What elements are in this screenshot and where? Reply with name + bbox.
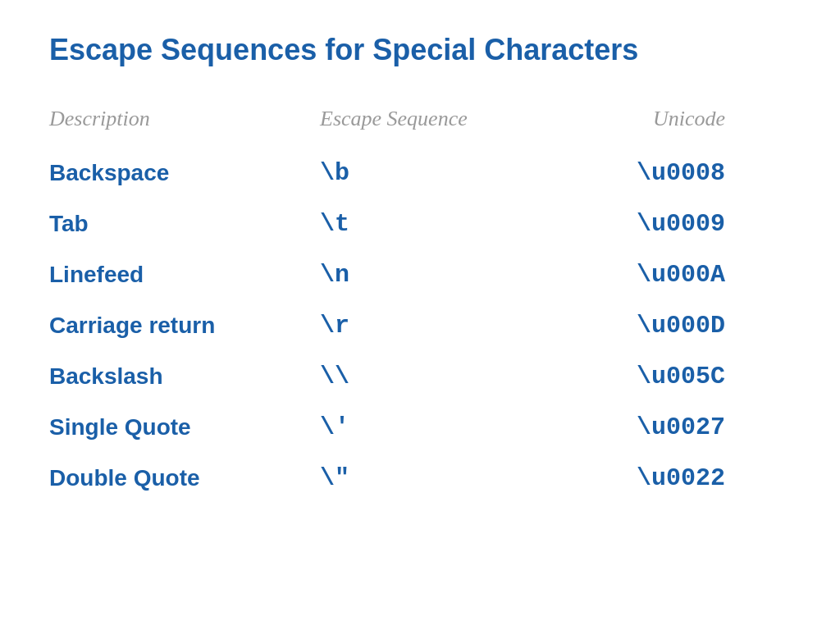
cell-sequence: \b xyxy=(295,148,541,199)
table-row: Tab\t\u0009 xyxy=(49,199,791,249)
col-header-unicode: Unicode xyxy=(541,100,791,148)
cell-sequence: \' xyxy=(295,402,541,453)
page-title: Escape Sequences for Special Characters xyxy=(49,33,791,67)
cell-description: Backslash xyxy=(49,351,295,402)
table-row: Linefeed\n\u000A xyxy=(49,249,791,300)
cell-unicode: \u000D xyxy=(541,300,791,351)
cell-unicode: \u0022 xyxy=(541,453,791,504)
cell-unicode: \u0009 xyxy=(541,199,791,249)
cell-sequence: \r xyxy=(295,300,541,351)
cell-sequence: \" xyxy=(295,453,541,504)
col-header-sequence: Escape Sequence xyxy=(295,100,541,148)
table-row: Double Quote\"\u0022 xyxy=(49,453,791,504)
cell-sequence: \n xyxy=(295,249,541,300)
cell-description: Tab xyxy=(49,199,295,249)
cell-description: Carriage return xyxy=(49,300,295,351)
cell-unicode: \u000A xyxy=(541,249,791,300)
cell-description: Double Quote xyxy=(49,453,295,504)
cell-description: Linefeed xyxy=(49,249,295,300)
cell-unicode: \u005C xyxy=(541,351,791,402)
table-row: Backspace\b\u0008 xyxy=(49,148,791,199)
cell-sequence: \t xyxy=(295,199,541,249)
table-body: Backspace\b\u0008Tab\t\u0009Linefeed\n\u… xyxy=(49,148,791,504)
cell-unicode: \u0008 xyxy=(541,148,791,199)
escape-sequences-table: Description Escape Sequence Unicode Back… xyxy=(49,100,791,504)
table-row: Single Quote\'\u0027 xyxy=(49,402,791,453)
table-row: Backslash\\\u005C xyxy=(49,351,791,402)
cell-sequence: \\ xyxy=(295,351,541,402)
table-header-row: Description Escape Sequence Unicode xyxy=(49,100,791,148)
cell-description: Backspace xyxy=(49,148,295,199)
table-row: Carriage return\r\u000D xyxy=(49,300,791,351)
cell-description: Single Quote xyxy=(49,402,295,453)
col-header-description: Description xyxy=(49,100,295,148)
page-container: Escape Sequences for Special Characters … xyxy=(0,0,840,536)
cell-unicode: \u0027 xyxy=(541,402,791,453)
